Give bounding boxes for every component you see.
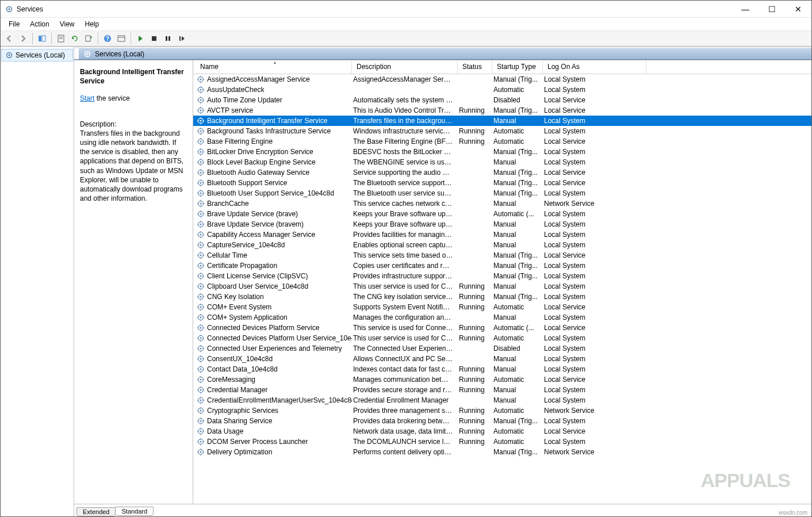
service-row[interactable]: DCOM Server Process LauncherThe DCOMLAUN… [193,436,811,447]
tab-extended[interactable]: Extended [76,507,116,516]
service-row[interactable]: Block Level Backup Engine ServiceThe WBE… [193,157,811,167]
back-button[interactable] [3,32,16,45]
svg-rect-12 [152,36,156,41]
menu-file[interactable]: File [4,19,24,29]
service-row[interactable]: Cellular TimeThis service sets time base… [193,250,811,261]
service-row[interactable]: Bluetooth Support ServiceThe Bluetooth s… [193,178,811,188]
menu-help[interactable]: Help [81,19,104,29]
service-description: This is Audio Video Control Tran... [352,106,458,114]
service-row[interactable]: Background Tasks Infrastructure ServiceW… [193,126,811,136]
svg-rect-2 [39,36,41,41]
service-name: CoreMessaging [207,376,255,384]
restart-service-button[interactable] [175,32,188,45]
service-row[interactable]: Background Intelligent Transfer ServiceT… [193,116,811,126]
service-log-on-as: Local System [543,438,646,446]
column-log-on-as[interactable]: Log On As [543,60,646,74]
service-row[interactable]: BitLocker Drive Encryption ServiceBDESVC… [193,147,811,157]
taskpad-button[interactable] [115,32,128,45]
gear-icon [197,365,205,373]
service-status: Running [458,365,492,373]
service-row[interactable]: Connected Devices Platform ServiceThis s… [193,323,811,333]
service-row[interactable]: AsusUpdateCheckAutomaticLocal System [193,85,811,95]
service-name: ConsentUX_10e4c8d [207,355,273,363]
menu-view[interactable]: View [55,19,79,29]
properties-button[interactable] [55,32,67,45]
service-row[interactable]: Bluetooth Audio Gateway ServiceService s… [193,167,811,178]
sort-caret-icon: ▴ [274,60,276,65]
service-description: The Base Filtering Engine (BFE) is... [352,137,458,145]
start-link[interactable]: Start [80,94,94,102]
service-row[interactable]: Clipboard User Service_10e4c8dThis user … [193,281,811,292]
service-startup-type: Manual (Trig... [492,189,543,197]
minimize-button[interactable]: — [732,1,759,17]
service-description: Supports System Event Notificati... [352,303,458,311]
service-row[interactable]: AVCTP serviceThis is Audio Video Control… [193,105,811,116]
service-row[interactable]: AssignedAccessManager ServiceAssignedAcc… [193,74,811,85]
maximize-button[interactable]: ☐ [759,1,785,17]
service-status: Running [458,427,492,435]
service-row[interactable]: COM+ Event SystemSupports System Event N… [193,302,811,312]
service-row[interactable]: Brave Update Service (brave)Keeps your B… [193,209,811,219]
service-row[interactable]: Client License Service (ClipSVC)Provides… [193,271,811,281]
refresh-button[interactable] [68,32,81,45]
stop-service-button[interactable] [148,32,160,45]
help-button[interactable]: ? [101,32,114,45]
service-row[interactable]: Bluetooth User Support Service_10e4c8dTh… [193,188,811,198]
gear-icon [197,417,205,425]
service-row[interactable]: Connected User Experiences and Telemetry… [193,343,811,354]
service-row[interactable]: ConsentUX_10e4c8dAllows ConnectUX and PC… [193,354,811,364]
service-row[interactable]: Connected Devices Platform User Service_… [193,333,811,343]
service-log-on-as: Local System [543,127,646,135]
description-text: Transfers files in the background using … [80,129,187,204]
service-row[interactable]: Auto Time Zone UpdaterAutomatically sets… [193,95,811,105]
gear-icon [197,272,205,280]
column-description[interactable]: Description [352,60,458,74]
gear-icon [83,50,91,58]
column-status[interactable]: Status [458,60,492,74]
service-row[interactable]: Cryptographic ServicesProvides three man… [193,405,811,416]
service-row[interactable]: Delivery OptimizationPerforms content de… [193,447,811,457]
service-startup-type: Manual (Trig... [492,417,543,425]
forward-button[interactable] [17,32,29,45]
service-row[interactable]: Certificate PropagationCopies user certi… [193,261,811,271]
svg-rect-10 [118,36,125,41]
svg-point-129 [200,265,201,266]
svg-point-183 [200,358,201,359]
column-name[interactable]: Name▴ [196,60,352,74]
service-name: Bluetooth User Support Service_10e4c8d [207,189,334,197]
service-row[interactable]: Base Filtering EngineThe Base Filtering … [193,136,811,147]
service-row[interactable]: COM+ System ApplicationManages the confi… [193,312,811,323]
service-row[interactable]: Credential ManagerProvides secure storag… [193,385,811,395]
gear-icon [197,324,205,332]
service-row[interactable]: Data UsageNetwork data usage, data limit… [193,426,811,436]
service-log-on-as: Local System [543,158,646,166]
close-button[interactable]: ✕ [785,1,811,17]
service-row[interactable]: CNG Key IsolationThe CNG key isolation s… [193,292,811,302]
service-row[interactable]: Data Sharing ServiceProvides data broker… [193,416,811,426]
service-startup-type: Disabled [492,344,543,353]
service-status: Running [458,293,492,301]
service-list[interactable]: AssignedAccessManager ServiceAssignedAcc… [193,74,811,504]
tree-item-services-local[interactable]: Services (Local) [1,49,73,62]
start-service-button[interactable] [134,32,147,45]
service-row[interactable]: CoreMessagingManages communication betwe… [193,374,811,385]
service-description: Provides infrastructure support f... [352,272,458,280]
export-button[interactable] [82,32,95,45]
tab-standard[interactable]: Standard [115,507,154,516]
service-row[interactable]: CaptureService_10e4c8dEnables optional s… [193,240,811,250]
service-log-on-as: Local System [543,117,646,125]
service-row[interactable]: Brave Update Service (bravem)Keeps your … [193,219,811,229]
service-row[interactable]: Contact Data_10e4c8dIndexes contact data… [193,364,811,374]
gear-icon [197,220,205,228]
show-hide-tree-button[interactable] [36,32,48,45]
menu-action[interactable]: Action [25,19,53,29]
service-row[interactable]: BranchCacheThis service caches network c… [193,198,811,209]
toolbar: ? [1,30,811,47]
pane-header-label: Services (Local) [95,50,144,58]
service-row[interactable]: CredentialEnrollmentManagerUserSvc_10e4c… [193,395,811,405]
service-name: Contact Data_10e4c8d [207,365,278,373]
pause-service-button[interactable] [162,32,174,45]
service-row[interactable]: Capability Access Manager ServiceProvide… [193,229,811,240]
gear-icon [197,282,205,290]
column-startup-type[interactable]: Startup Type [492,60,543,74]
